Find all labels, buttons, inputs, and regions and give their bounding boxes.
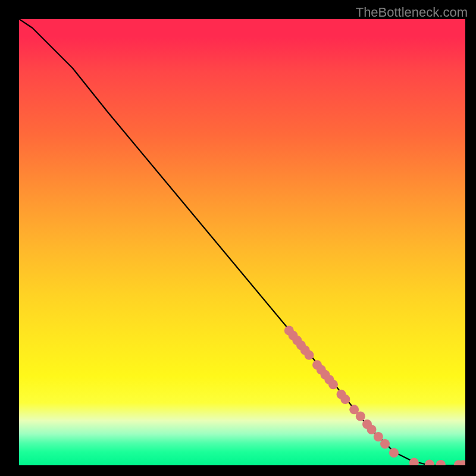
chart-marker: [374, 432, 383, 441]
chart-marker: [389, 448, 399, 458]
chart-line: [19, 19, 465, 465]
chart-marker: [409, 458, 419, 466]
chart-overlay: [19, 19, 465, 465]
chart-markers: [284, 326, 465, 466]
chart-marker: [328, 380, 338, 389]
chart-marker: [425, 460, 434, 466]
chart-area: [19, 19, 465, 465]
attribution-label: TheBottleneck.com: [356, 5, 468, 20]
chart-marker: [380, 439, 390, 449]
chart-marker: [305, 350, 314, 360]
chart-marker: [436, 460, 446, 465]
chart-marker: [356, 412, 365, 421]
chart-marker: [340, 394, 350, 404]
chart-marker: [367, 425, 377, 434]
